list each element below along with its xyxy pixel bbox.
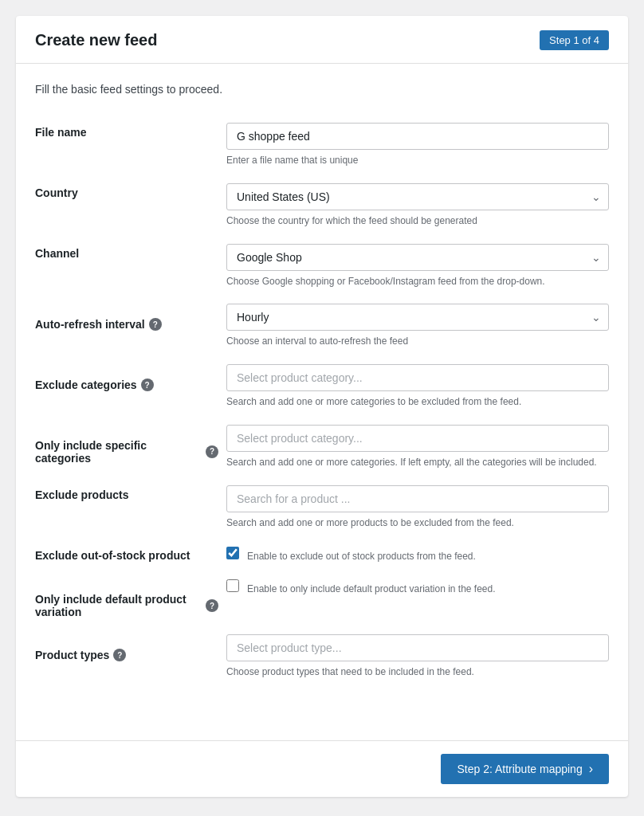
- include-categories-label: Only include specific categories: [35, 439, 202, 465]
- channel-select[interactable]: Google Shop Facebook/Instagram: [226, 244, 609, 271]
- default-variation-field-cell: Enable to only include default product v…: [218, 571, 609, 626]
- exclude-products-field-cell: Search and add one or more products to b…: [218, 477, 609, 538]
- product-types-label-cell: Product types ?: [35, 626, 218, 687]
- exclude-categories-hint: Search and add one or more categories to…: [226, 395, 609, 409]
- exclude-out-of-stock-wrapper: Enable to exclude out of stock products …: [226, 546, 609, 563]
- auto-refresh-hint: Choose an interval to auto-refresh the f…: [226, 335, 609, 348]
- file-name-label: File name: [35, 115, 218, 175]
- file-name-hint: Enter a file name that is unique: [226, 154, 609, 167]
- channel-field-cell: Google Shop Facebook/Instagram ⌄ Choose …: [218, 236, 609, 296]
- include-categories-label-cell: Only include specific categories ?: [35, 417, 218, 477]
- product-types-input[interactable]: [226, 634, 609, 661]
- product-types-row: Product types ? Choose product types tha…: [35, 626, 609, 687]
- step-badge: Step 1 of 4: [540, 30, 609, 50]
- include-categories-input[interactable]: [226, 425, 609, 452]
- exclude-categories-label-cell: Exclude categories ?: [35, 356, 218, 417]
- channel-select-wrapper: Google Shop Facebook/Instagram ⌄: [226, 244, 609, 271]
- channel-label: Channel: [35, 236, 218, 296]
- default-variation-wrapper: Enable to only include default product v…: [226, 579, 609, 596]
- auto-refresh-select[interactable]: Hourly Daily Weekly: [226, 304, 609, 331]
- exclude-out-of-stock-hint-group: Enable to exclude out of stock products …: [247, 546, 476, 563]
- card-header: Create new feed Step 1 of 4: [16, 16, 628, 64]
- form-subtitle: Fill the basic feed settings to proceed.: [35, 83, 609, 96]
- form-table: File name Enter a file name that is uniq…: [35, 115, 609, 687]
- default-variation-label-cell: Only include default product variation ?: [35, 571, 218, 626]
- auto-refresh-label-group: Auto-refresh interval ?: [35, 307, 218, 331]
- file-name-input[interactable]: [226, 123, 609, 150]
- include-categories-help-icon[interactable]: ?: [206, 445, 218, 458]
- next-step-arrow-icon: ›: [589, 762, 593, 776]
- card-body: Fill the basic feed settings to proceed.…: [16, 64, 628, 721]
- exclude-categories-label-group: Exclude categories ?: [35, 367, 218, 391]
- include-categories-label-group: Only include specific categories ?: [35, 428, 218, 465]
- auto-refresh-field-cell: Hourly Daily Weekly ⌄ Choose an interval…: [218, 296, 609, 356]
- product-types-hint: Choose product types that need to be inc…: [226, 665, 609, 679]
- auto-refresh-label: Auto-refresh interval: [35, 318, 145, 331]
- include-categories-row: Only include specific categories ? Searc…: [35, 417, 609, 477]
- create-feed-card: Create new feed Step 1 of 4 Fill the bas…: [16, 16, 628, 797]
- exclude-out-of-stock-field-cell: Enable to exclude out of stock products …: [218, 538, 609, 571]
- exclude-out-of-stock-checkbox[interactable]: [226, 547, 239, 559]
- product-types-label: Product types: [35, 649, 109, 661]
- channel-row: Channel Google Shop Facebook/Instagram ⌄…: [35, 236, 609, 296]
- card-footer: Step 2: Attribute mapping ›: [16, 740, 628, 797]
- include-categories-hint: Search and add one or more categories. I…: [226, 456, 609, 469]
- file-name-row: File name Enter a file name that is uniq…: [35, 115, 609, 175]
- default-variation-label-group: Only include default product variation ?: [35, 582, 218, 618]
- auto-refresh-row: Auto-refresh interval ? Hourly Daily Wee…: [35, 296, 609, 356]
- country-hint: Choose the country for which the feed sh…: [226, 214, 609, 228]
- exclude-products-input[interactable]: [226, 485, 609, 512]
- auto-refresh-label-cell: Auto-refresh interval ?: [35, 296, 218, 356]
- exclude-products-label: Exclude products: [35, 477, 218, 538]
- exclude-products-hint: Search and add one or more products to b…: [226, 516, 609, 530]
- default-variation-hint: Enable to only include default product v…: [247, 583, 496, 596]
- country-label: Country: [35, 175, 218, 236]
- default-variation-checkbox[interactable]: [226, 579, 239, 592]
- exclude-products-row: Exclude products Search and add one or m…: [35, 477, 609, 538]
- channel-hint: Choose Google shopping or Facebook/Insta…: [226, 275, 609, 288]
- page-title: Create new feed: [35, 31, 157, 49]
- product-types-label-group: Product types ?: [35, 638, 218, 661]
- exclude-out-of-stock-row: Exclude out-of-stock product Enable to e…: [35, 538, 609, 571]
- default-variation-hint-group: Enable to only include default product v…: [247, 579, 496, 596]
- auto-refresh-select-wrapper: Hourly Daily Weekly ⌄: [226, 304, 609, 331]
- exclude-categories-field-cell: Search and add one or more categories to…: [218, 356, 609, 417]
- auto-refresh-help-icon[interactable]: ?: [149, 318, 162, 331]
- exclude-categories-input[interactable]: [226, 364, 609, 391]
- default-variation-help-icon[interactable]: ?: [206, 599, 218, 612]
- next-step-label: Step 2: Attribute mapping: [457, 763, 582, 775]
- exclude-out-of-stock-label: Exclude out-of-stock product: [35, 538, 218, 571]
- next-step-button[interactable]: Step 2: Attribute mapping ›: [441, 754, 609, 784]
- exclude-categories-help-icon[interactable]: ?: [141, 379, 154, 391]
- file-name-field-cell: Enter a file name that is unique: [218, 115, 609, 175]
- product-types-help-icon[interactable]: ?: [113, 649, 126, 661]
- country-select-wrapper: United States (US) United Kingdom (UK) C…: [226, 183, 609, 210]
- exclude-categories-row: Exclude categories ? Search and add one …: [35, 356, 609, 417]
- exclude-categories-label: Exclude categories: [35, 379, 137, 391]
- country-field-cell: United States (US) United Kingdom (UK) C…: [218, 175, 609, 236]
- country-row: Country United States (US) United Kingdo…: [35, 175, 609, 236]
- include-categories-field-cell: Search and add one or more categories. I…: [218, 417, 609, 477]
- country-select[interactable]: United States (US) United Kingdom (UK) C…: [226, 183, 609, 210]
- default-variation-row: Only include default product variation ?…: [35, 571, 609, 626]
- exclude-out-of-stock-hint: Enable to exclude out of stock products …: [247, 550, 476, 563]
- default-variation-label: Only include default product variation: [35, 593, 202, 618]
- product-types-field-cell: Choose product types that need to be inc…: [218, 626, 609, 687]
